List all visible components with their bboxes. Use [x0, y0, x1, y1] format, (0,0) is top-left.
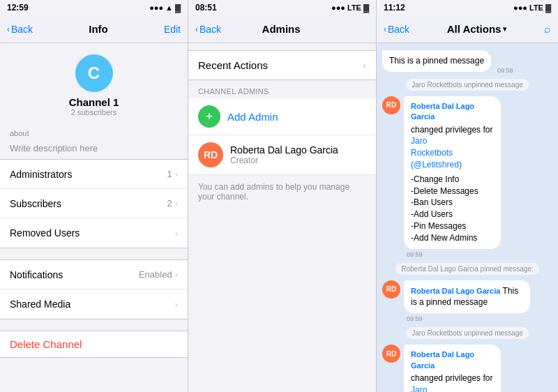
- channel-admins-label: CHANNEL ADMINS: [188, 80, 376, 98]
- page-title-left: Info: [89, 23, 108, 35]
- delete-channel-button[interactable]: Delete Channel: [0, 331, 188, 358]
- chevron-right-icon: ›: [175, 169, 178, 179]
- msg-bubble: Roberta Dal Lago Garcia changed privileg…: [404, 96, 501, 249]
- msg-bubble: Roberta Dal Lago Garcia changed privileg…: [404, 345, 501, 392]
- channel-settings-group: Administrators 1 › Subscribers 2 › Remov…: [0, 159, 188, 248]
- notifications-row[interactable]: Notifications Enabled ›: [0, 260, 188, 289]
- msg-bubble: Roberta Dal Lago Garcia This is a pinned…: [404, 280, 530, 314]
- chevron-back-icon: ‹: [195, 24, 198, 34]
- back-button-right[interactable]: ‹ Back: [384, 24, 409, 35]
- channel-subscribers: 2 subscribers: [71, 108, 116, 116]
- lte-icon: LTE: [529, 3, 543, 12]
- settings-group-2: Notifications Enabled › Shared Media ›: [0, 259, 188, 319]
- signal-icon: ●●●: [513, 3, 527, 12]
- about-label: about: [0, 123, 188, 140]
- admin-name: Roberta Dal Lago Garcia: [230, 144, 338, 156]
- status-icons-middle: ●●● LTE ▓: [331, 3, 369, 12]
- administrators-row[interactable]: Administrators 1 ›: [0, 160, 188, 189]
- status-bar-right: 11:12 ●●● LTE ▓: [377, 0, 558, 15]
- shared-media-row[interactable]: Shared Media ›: [0, 289, 188, 319]
- signal-icon: ●●●: [331, 3, 345, 12]
- search-icon[interactable]: ⌕: [544, 23, 551, 36]
- nav-bar-middle: ‹ Back Admins: [188, 15, 376, 43]
- nav-bar-left: ‹ Back Info Edit: [0, 15, 188, 43]
- lte-icon: LTE: [347, 3, 361, 12]
- back-button-left[interactable]: ‹ Back: [7, 24, 33, 35]
- time-middle: 08:51: [195, 3, 217, 13]
- status-bar-middle: 08:51 ●●● LTE ▓: [188, 0, 376, 15]
- msg-avatar: RD: [382, 345, 400, 363]
- battery-icon: ▓: [545, 3, 551, 12]
- info-panel: 12:59 ●●● ▲ ▓ ‹ Back Info Edit C Channel…: [0, 0, 188, 392]
- chevron-back-icon: ‹: [7, 24, 10, 34]
- chevron-back-icon: ‹: [384, 24, 386, 34]
- pinned-msg-row: RD Roberta Dal Lago Garcia This is a pin…: [382, 280, 552, 323]
- system-msg-wrapper: Jaro Rocketbots unpinned message: [382, 76, 552, 93]
- subscribers-row[interactable]: Subscribers 2 ›: [0, 189, 188, 218]
- msg-bubble: This is a pinned message: [382, 50, 491, 72]
- chevron-right-icon: ›: [363, 59, 366, 71]
- action-message-row-2: RD Roberta Dal Lago Garcia changed privi…: [382, 345, 552, 392]
- all-actions-panel: 11:12 ●●● LTE ▓ ‹ Back All Actions ▾ ⌕ T…: [377, 0, 558, 392]
- system-msg-wrapper: Roberta Dal Lago Garcia pinned message:: [382, 260, 552, 278]
- admin-row[interactable]: RD Roberta Dal Lago Garcia Creator: [188, 135, 376, 175]
- admin-role: Creator: [230, 156, 338, 165]
- page-title-middle: Admins: [262, 23, 301, 35]
- battery-icon: ▓: [363, 3, 369, 12]
- chevron-right-icon: ›: [175, 228, 178, 239]
- add-admin-button[interactable]: + Add Admin: [188, 98, 376, 135]
- back-button-middle[interactable]: ‹ Back: [195, 24, 221, 35]
- chat-area[interactable]: This is a pinned message 09:58 Jaro Rock…: [377, 43, 558, 392]
- signal-icon: ●●●: [149, 3, 163, 12]
- status-icons-left: ●●● ▲ ▓: [149, 3, 181, 12]
- admin-avatar: RD: [198, 142, 223, 167]
- add-admin-icon: +: [198, 105, 220, 128]
- time-left: 12:59: [7, 3, 29, 13]
- nav-bar-right: ‹ Back All Actions ▾ ⌕: [377, 15, 558, 43]
- add-admin-label: Add Admin: [227, 111, 278, 123]
- channel-avatar: C: [75, 54, 113, 92]
- admins-panel: 08:51 ●●● LTE ▓ ‹ Back Admins Recent Act…: [188, 0, 377, 392]
- edit-button[interactable]: Edit: [164, 24, 181, 35]
- wifi-icon: ▲: [165, 3, 173, 12]
- battery-icon: ▓: [175, 3, 181, 12]
- status-icons-right: ●●● LTE ▓: [513, 3, 551, 12]
- recent-actions-label: Recent Actions: [198, 59, 268, 71]
- system-message: Jaro Rocketbots unpinned message: [406, 327, 529, 339]
- dropdown-icon: ▾: [503, 25, 506, 33]
- removed-users-row[interactable]: Removed Users ›: [0, 218, 188, 248]
- system-message: Jaro Rocketbots unpinned message: [406, 79, 529, 91]
- channel-description: Write description here: [0, 140, 188, 159]
- chevron-right-icon: ›: [175, 299, 178, 310]
- action-message-row-1: RD Roberta Dal Lago Garcia changed privi…: [382, 96, 552, 258]
- msg-avatar: RD: [382, 96, 400, 114]
- channel-name: Channel 1: [69, 96, 119, 108]
- status-bar-left: 12:59 ●●● ▲ ▓: [0, 0, 188, 15]
- chevron-right-icon: ›: [175, 198, 178, 209]
- system-msg-wrapper: Jaro Rocketbots unpinned message: [382, 324, 552, 342]
- recent-actions-row[interactable]: Recent Actions ›: [188, 50, 376, 80]
- chevron-right-icon: ›: [175, 269, 178, 280]
- channel-profile: C Channel 1 2 subscribers: [0, 43, 188, 123]
- help-text: You can add admins to help you manage yo…: [188, 175, 376, 209]
- msg-avatar: RD: [382, 280, 400, 299]
- system-message: Roberta Dal Lago Garcia pinned message:: [395, 263, 539, 275]
- admin-info: Roberta Dal Lago Garcia Creator: [230, 144, 338, 165]
- page-title-right: All Actions ▾: [447, 23, 507, 35]
- message-row: This is a pinned message 09:58: [382, 50, 552, 74]
- time-right: 11:12: [384, 3, 405, 13]
